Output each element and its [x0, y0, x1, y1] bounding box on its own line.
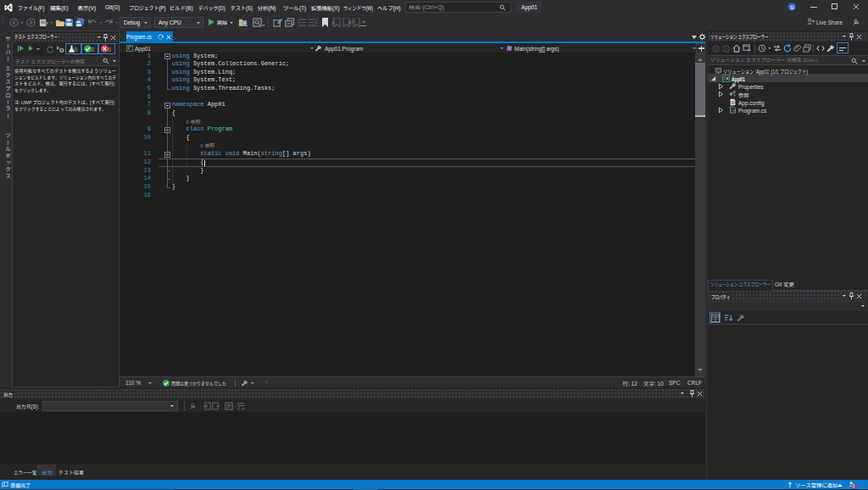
svg-text:2: 2 [853, 484, 855, 488]
